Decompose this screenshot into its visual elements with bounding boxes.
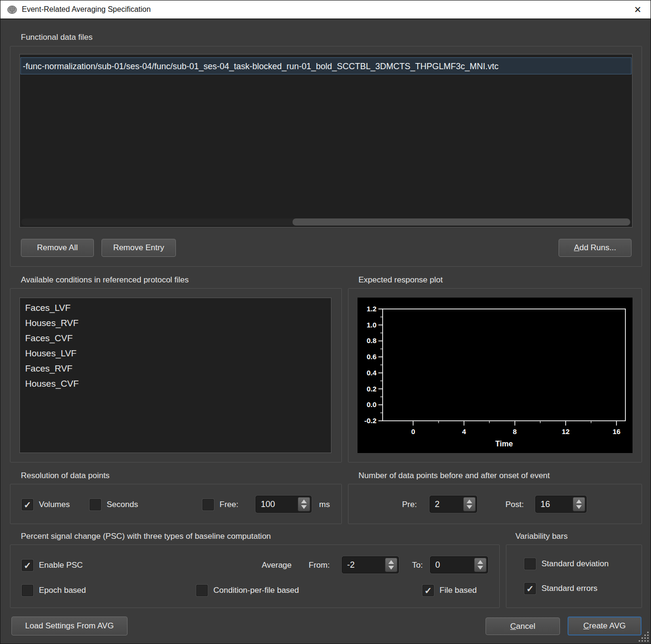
cancel-button[interactable]: Cancel xyxy=(486,617,560,635)
svg-text:1.0: 1.0 xyxy=(367,321,376,329)
points-group xyxy=(348,484,642,524)
std-errors-row: ✓ Standard errors xyxy=(524,583,597,594)
plot-group-label: Expected response plot xyxy=(358,275,443,285)
condition-item[interactable]: Faces_LVF xyxy=(20,300,330,316)
remove-entry-button[interactable]: Remove Entry xyxy=(101,239,176,257)
check-icon: ✓ xyxy=(24,500,31,509)
functional-files-list[interactable]: -func-normalization/sub-01/ses-04/func/s… xyxy=(19,54,633,227)
enable-psc-checkbox[interactable]: ✓ xyxy=(22,560,33,571)
spin-down-icon[interactable] xyxy=(576,505,582,509)
brain-icon xyxy=(7,4,18,15)
from-input[interactable] xyxy=(342,557,384,573)
volumes-checkbox-row: ✓ Volumes xyxy=(22,499,70,510)
remove-all-button[interactable]: Remove All xyxy=(21,239,94,257)
post-input[interactable] xyxy=(536,496,572,512)
points-group-label: Number of data points before and after o… xyxy=(358,471,550,481)
condition-item[interactable]: Houses_CVF xyxy=(20,376,330,391)
create-avg-button[interactable]: Create AVG xyxy=(568,617,642,635)
seconds-checkbox[interactable] xyxy=(90,499,101,510)
post-spinbox xyxy=(535,496,587,513)
pre-spinbox xyxy=(430,496,477,513)
epoch-based-row: Epoch based xyxy=(22,585,86,596)
psc-group-label: Percent signal change (PSC) with three t… xyxy=(21,532,271,541)
spin-down-icon[interactable] xyxy=(467,505,472,509)
resize-grip[interactable] xyxy=(637,630,650,643)
variability-group xyxy=(506,544,642,608)
volumes-checkbox[interactable]: ✓ xyxy=(22,499,33,510)
variability-group-label: Variability bars xyxy=(515,532,568,541)
average-label: Average xyxy=(262,561,292,570)
spin-buttons[interactable] xyxy=(298,497,310,511)
add-runs-button[interactable]: Add Runs... xyxy=(559,239,632,257)
from-spinbox xyxy=(342,556,399,573)
spin-up-icon[interactable] xyxy=(467,499,472,503)
svg-text:1.2: 1.2 xyxy=(367,305,376,313)
condition-item[interactable]: Houses_RVF xyxy=(20,316,330,331)
ms-unit-label: ms xyxy=(319,500,330,509)
to-input[interactable] xyxy=(431,557,473,573)
post-label: Post: xyxy=(505,500,524,509)
psc-group xyxy=(10,544,500,608)
spin-up-icon[interactable] xyxy=(576,499,582,503)
horizontal-scrollbar-thumb[interactable] xyxy=(293,218,630,226)
std-deviation-checkbox[interactable] xyxy=(524,558,536,570)
epoch-based-checkbox[interactable] xyxy=(22,585,33,596)
svg-text:12: 12 xyxy=(562,427,570,435)
svg-text:8: 8 xyxy=(513,427,517,435)
free-checkbox[interactable] xyxy=(202,499,214,510)
free-input[interactable] xyxy=(256,496,297,512)
spin-down-icon[interactable] xyxy=(477,566,483,570)
svg-text:0.2: 0.2 xyxy=(367,385,376,393)
file-based-row: ✓ File based xyxy=(422,585,477,596)
condition-per-file-checkbox[interactable] xyxy=(196,585,208,596)
svg-text:0.8: 0.8 xyxy=(367,336,376,345)
spin-up-icon[interactable] xyxy=(388,560,394,564)
free-spinbox xyxy=(256,496,312,513)
condition-item[interactable]: Faces_CVF xyxy=(20,331,330,346)
file-list-item[interactable]: -func-normalization/sub-01/ses-04/func/s… xyxy=(20,57,632,74)
condition-item[interactable]: Houses_LVF xyxy=(20,346,330,361)
spin-buttons[interactable] xyxy=(474,558,486,572)
window-title: Event-Related Averaging Specification xyxy=(22,5,151,14)
spin-down-icon[interactable] xyxy=(301,505,307,509)
svg-text:16: 16 xyxy=(613,427,621,435)
to-label: To: xyxy=(412,561,423,570)
svg-text:0.6: 0.6 xyxy=(367,353,376,361)
horizontal-scrollbar[interactable] xyxy=(21,218,631,226)
conditions-list[interactable]: Faces_LVF Houses_RVF Faces_CVF Houses_LV… xyxy=(19,298,331,453)
enable-psc-row: ✓ Enable PSC xyxy=(22,560,83,571)
load-settings-button[interactable]: Load Settings From AVG xyxy=(11,617,128,635)
std-deviation-row: Standard deviation xyxy=(524,558,609,570)
from-label: From: xyxy=(309,561,330,570)
svg-text:0.4: 0.4 xyxy=(367,369,377,377)
functional-files-group-label: Functional data files xyxy=(21,33,92,42)
svg-text:0.0: 0.0 xyxy=(367,400,376,408)
check-icon: ✓ xyxy=(24,561,31,570)
pre-input[interactable] xyxy=(430,496,462,512)
pre-label: Pre: xyxy=(402,500,417,509)
spin-buttons[interactable] xyxy=(573,497,585,511)
spin-up-icon[interactable] xyxy=(301,499,307,503)
conditions-group-label: Available conditions in referenced proto… xyxy=(21,275,189,285)
svg-text:0: 0 xyxy=(411,427,415,435)
condition-item[interactable]: Faces_RVF xyxy=(20,361,330,376)
std-errors-checkbox[interactable]: ✓ xyxy=(524,583,536,594)
condition-per-file-row: Condition-per-file based xyxy=(196,585,299,596)
to-spinbox xyxy=(430,556,488,573)
check-icon: ✓ xyxy=(526,584,534,593)
expected-response-plot: -0.20.00.20.40.60.81.01.20481216Time xyxy=(358,298,633,453)
close-icon[interactable]: ✕ xyxy=(630,1,646,18)
check-icon: ✓ xyxy=(424,586,432,595)
svg-text:-0.2: -0.2 xyxy=(364,417,376,425)
title-bar: Event-Related Averaging Specification ✕ xyxy=(0,0,651,19)
free-checkbox-row: Free: xyxy=(202,499,238,510)
svg-text:Time: Time xyxy=(495,440,513,448)
spin-buttons[interactable] xyxy=(385,558,397,572)
event-related-averaging-dialog: Event-Related Averaging Specification ✕ … xyxy=(0,0,651,644)
file-based-checkbox[interactable]: ✓ xyxy=(422,585,434,596)
spin-down-icon[interactable] xyxy=(388,566,394,570)
seconds-checkbox-row: Seconds xyxy=(90,499,138,510)
spin-up-icon[interactable] xyxy=(477,560,483,564)
resolution-group-label: Resolution of data points xyxy=(21,471,110,481)
spin-buttons[interactable] xyxy=(463,497,476,511)
